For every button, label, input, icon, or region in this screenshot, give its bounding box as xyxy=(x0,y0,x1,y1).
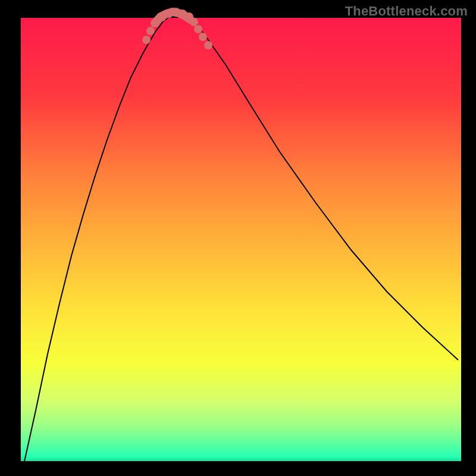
curve-marker xyxy=(151,19,159,27)
watermark-text: TheBottleneck.com xyxy=(345,4,468,19)
chart-container: TheBottleneck.com xyxy=(0,0,476,476)
curve-marker xyxy=(190,18,198,26)
bottleneck-chart xyxy=(0,0,476,476)
curve-marker xyxy=(194,25,202,33)
curve-marker xyxy=(158,13,166,21)
curve-marker xyxy=(142,36,151,44)
curve-marker xyxy=(199,33,207,41)
curve-marker xyxy=(146,27,155,35)
chart-background xyxy=(21,18,461,461)
curve-marker xyxy=(165,10,173,18)
curve-marker xyxy=(204,41,212,49)
